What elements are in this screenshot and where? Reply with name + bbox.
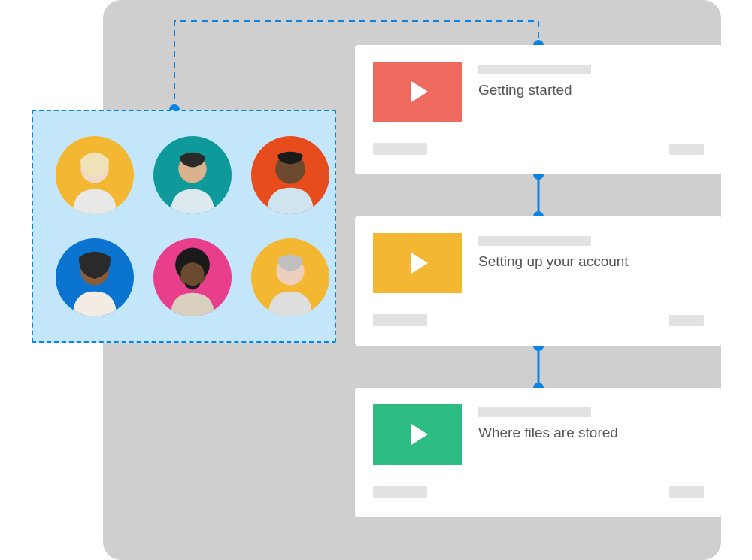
card-title: Setting up your account <box>478 253 629 270</box>
svg-point-8 <box>180 262 204 286</box>
avatar <box>56 238 134 316</box>
play-icon <box>411 424 428 445</box>
avatar <box>251 238 329 316</box>
video-thumbnail[interactable] <box>373 233 462 293</box>
card-title: Where files are stored <box>478 425 618 441</box>
avatar <box>56 136 134 214</box>
play-icon <box>411 253 428 274</box>
meta-placeholder <box>669 486 704 498</box>
course-card[interactable]: Where files are stored <box>355 388 722 517</box>
avatar <box>251 136 329 214</box>
meta-placeholder <box>669 144 704 155</box>
audience-panel <box>32 110 336 343</box>
course-card[interactable]: Setting up your account <box>355 216 722 346</box>
play-icon <box>411 81 428 102</box>
meta-placeholder <box>669 315 704 326</box>
subtitle-placeholder <box>478 236 591 246</box>
meta-placeholder <box>373 486 427 498</box>
subtitle-placeholder <box>478 407 591 417</box>
video-thumbnail[interactable] <box>373 404 462 465</box>
meta-placeholder <box>373 143 427 155</box>
card-title: Getting started <box>478 82 591 98</box>
subtitle-placeholder <box>478 65 591 74</box>
meta-placeholder <box>373 314 427 326</box>
avatar <box>153 238 232 316</box>
avatar <box>153 136 232 214</box>
course-card[interactable]: Getting started <box>355 45 722 174</box>
video-thumbnail[interactable] <box>373 62 462 122</box>
